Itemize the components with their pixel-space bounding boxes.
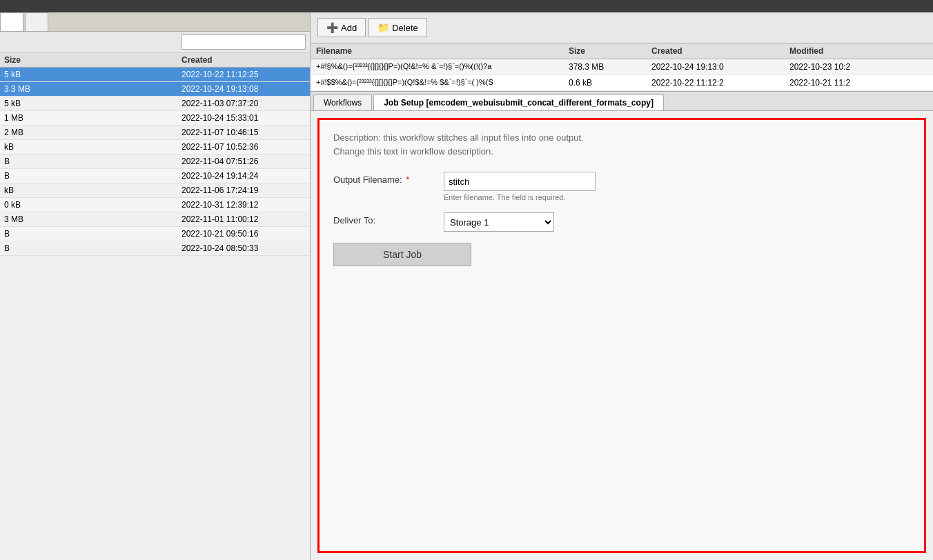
right-file-headers: Filename Size Created Modified	[311, 43, 933, 59]
left-col-headers: Size Created	[0, 53, 310, 68]
left-row-9[interactable]: 0 kB2022-10-31 12:39:12	[0, 198, 310, 212]
left-row-created-1: 2022-10-24 19:13:08	[181, 84, 306, 94]
left-row-size-8: kB	[4, 186, 59, 195]
left-row-spacer-7	[59, 171, 181, 181]
left-row-spacer-3	[59, 113, 181, 123]
add-label: Add	[341, 23, 357, 33]
right-file-row-1[interactable]: +#!$$%&()={²³²³³{{][]{}[]P=)(Q!$&!=% $&`…	[311, 75, 933, 91]
left-row-size-0: 5 kB	[4, 70, 59, 79]
modified-header: Modified	[789, 46, 927, 56]
right-file-modified-1: 2022-10-21 11:2	[789, 78, 927, 88]
left-row-0[interactable]: 5 kB2022-10-22 11:12:25	[0, 68, 310, 82]
left-row-spacer-8	[59, 186, 181, 195]
right-file-rows: +#!§%&()={²³²³³{{][]{}[]P=)(Q!&!=% &`=!)…	[311, 59, 933, 91]
right-file-created-1: 2022-10-22 11:12:2	[651, 78, 789, 88]
deliver-to-label: Deliver To:	[333, 212, 444, 226]
left-row-created-0: 2022-10-22 11:12:25	[181, 70, 306, 79]
left-row-8[interactable]: kB2022-11-06 17:24:19	[0, 183, 310, 198]
left-created-header: Created	[181, 55, 306, 65]
required-star: *	[406, 174, 409, 185]
left-row-spacer-9	[59, 200, 181, 210]
left-panel: Size Created 5 kB2022-10-22 11:12:253.3 …	[0, 12, 311, 560]
workflow-tabs: Workflows Job Setup [emcodem_webuisubmit…	[311, 92, 933, 111]
job-description: Description: this workflow stitches all …	[333, 131, 910, 158]
left-row-5[interactable]: kB2022-11-07 10:52:36	[0, 140, 310, 154]
created-header: Created	[651, 46, 789, 56]
left-row-3[interactable]: 1 MB2022-10-24 15:33:01	[0, 111, 310, 126]
left-tab-2[interactable]	[25, 12, 48, 31]
left-row-10[interactable]: 3 MB2022-11-01 11:00:12	[0, 212, 310, 227]
left-row-created-9: 2022-10-31 12:39:12	[181, 200, 306, 210]
output-filename-input[interactable]	[444, 172, 596, 191]
left-created-search-input[interactable]	[181, 34, 306, 50]
left-row-created-11: 2022-10-21 09:50:16	[181, 229, 306, 239]
left-row-size-11: B	[4, 229, 59, 239]
top-bar	[0, 0, 933, 12]
filename-header: Filename	[316, 46, 569, 56]
add-icon: ➕	[326, 22, 338, 33]
left-row-spacer-6	[59, 157, 181, 166]
left-row-12[interactable]: B2022-10-24 08:50:33	[0, 241, 310, 256]
delete-button[interactable]: 📁 Delete	[369, 18, 427, 37]
left-row-spacer-0	[59, 70, 181, 79]
output-filename-label: Output Filename: *	[333, 172, 444, 185]
right-file-created-0: 2022-10-24 19:13:0	[651, 62, 789, 72]
output-filename-field-group: Enter filename. The field is required.	[444, 172, 596, 201]
left-file-table[interactable]: 5 kB2022-10-22 11:12:253.3 MB2022-10-24 …	[0, 68, 310, 560]
deliver-to-row: Deliver To: Storage 1 Storage 2	[333, 212, 910, 232]
deliver-to-select[interactable]: Storage 1 Storage 2	[444, 212, 554, 232]
left-row-spacer-12	[59, 243, 181, 253]
right-file-size-1: 0.6 kB	[569, 78, 651, 88]
workflow-tab-job-setup-label: Job Setup [emcodem_webuisubmit_concat_di…	[384, 98, 654, 108]
left-size-header: Size	[4, 55, 59, 65]
left-row-size-9: 0 kB	[4, 200, 59, 210]
left-row-1[interactable]: 3.3 MB2022-10-24 19:13:08	[0, 82, 310, 97]
left-row-2[interactable]: 5 kB2022-11-03 07:37:20	[0, 97, 310, 111]
output-filename-hint: Enter filename. The field is required.	[444, 193, 596, 201]
left-row-size-12: B	[4, 243, 59, 253]
left-row-size-4: 2 MB	[4, 128, 59, 137]
right-panel: ➕ Add 📁 Delete Filename Size Created Mod…	[311, 12, 933, 560]
delete-label: Delete	[392, 23, 418, 33]
workflow-tab-workflows[interactable]: Workflows	[313, 94, 372, 110]
right-file-row-0[interactable]: +#!§%&()={²³²³³{{][]{}[]P=)(Q!&!=% &`=!)…	[311, 59, 933, 75]
workflow-section: Workflows Job Setup [emcodem_webuisubmit…	[311, 92, 933, 560]
right-file-table: Filename Size Created Modified +#!§%&()=…	[311, 43, 933, 92]
left-row-6[interactable]: B2022-11-04 07:51:26	[0, 154, 310, 169]
left-row-size-10: 3 MB	[4, 214, 59, 224]
right-file-filename-1: +#!$$%&()={²³²³³{{][]{}[]P=)(Q!$&!=% $&`…	[316, 78, 569, 88]
left-row-spacer-5	[59, 142, 181, 152]
left-row-size-3: 1 MB	[4, 113, 59, 123]
main-container: Size Created 5 kB2022-10-22 11:12:253.3 …	[0, 12, 933, 560]
job-setup-panel: Description: this workflow stitches all …	[317, 118, 926, 553]
left-row-size-5: kB	[4, 142, 59, 152]
left-row-created-12: 2022-10-24 08:50:33	[181, 243, 306, 253]
delete-icon: 📁	[377, 22, 389, 33]
left-row-size-7: B	[4, 171, 59, 181]
left-row-size-6: B	[4, 157, 59, 166]
workflow-tab-job-setup[interactable]: Job Setup [emcodem_webuisubmit_concat_di…	[373, 94, 664, 110]
right-file-filename-0: +#!§%&()={²³²³³{{][]{}[]P=)(Q!&!=% &`=!)…	[316, 62, 569, 72]
add-button[interactable]: ➕ Add	[317, 18, 366, 37]
start-job-button[interactable]: Start Job	[333, 243, 471, 266]
left-row-spacer-2	[59, 99, 181, 108]
left-row-created-7: 2022-10-24 19:14:24	[181, 171, 306, 181]
left-row-size-2: 5 kB	[4, 99, 59, 108]
right-file-modified-0: 2022-10-23 10:2	[789, 62, 927, 72]
left-tab-1[interactable]	[0, 12, 23, 31]
left-row-spacer-11	[59, 229, 181, 239]
right-file-size-0: 378.3 MB	[569, 62, 651, 72]
left-search-row	[0, 32, 310, 53]
output-filename-label-text: Output Filename:	[333, 174, 402, 185]
left-row-7[interactable]: B2022-10-24 19:14:24	[0, 169, 310, 183]
left-row-spacer-4	[59, 128, 181, 137]
left-row-created-4: 2022-11-07 10:46:15	[181, 128, 306, 137]
left-row-created-3: 2022-10-24 15:33:01	[181, 113, 306, 123]
left-row-11[interactable]: B2022-10-21 09:50:16	[0, 227, 310, 241]
left-row-created-10: 2022-11-01 11:00:12	[181, 214, 306, 224]
left-spacer-header	[59, 55, 181, 65]
left-tabs	[0, 12, 310, 32]
left-row-4[interactable]: 2 MB2022-11-07 10:46:15	[0, 126, 310, 140]
workflow-tab-workflows-label: Workflows	[324, 98, 362, 108]
left-row-spacer-1	[59, 84, 181, 94]
